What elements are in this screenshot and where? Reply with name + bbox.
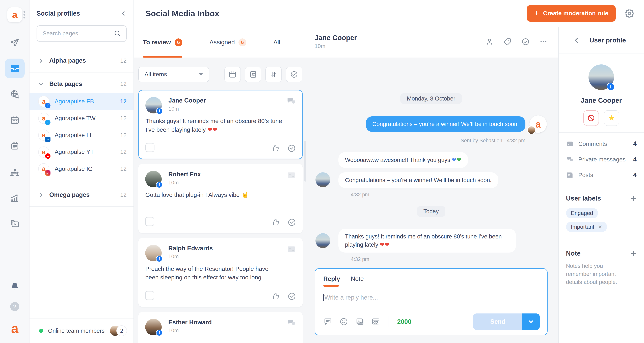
char-count: 2000 xyxy=(397,318,412,325)
page-avatar: a xyxy=(38,130,49,141)
outgoing-message-row: Congratulations – you’re a winner! We’ll… xyxy=(316,116,547,134)
rail-item-library[interactable] xyxy=(0,211,30,237)
rail-item-listening[interactable] xyxy=(0,81,30,107)
like-icon[interactable] xyxy=(271,218,280,227)
sebastien-avatar[interactable] xyxy=(527,126,536,134)
globe-search-icon xyxy=(10,89,20,99)
sort-button[interactable] xyxy=(265,67,282,82)
search-pages-input[interactable] xyxy=(42,30,114,37)
tab-to-review[interactable]: To review 6 xyxy=(143,39,182,46)
chevron-right-icon xyxy=(38,192,44,197)
page-agorapulse-ig[interactable]: a Agorapulse IG 12 xyxy=(30,160,134,177)
notifications-bell-icon[interactable] xyxy=(10,282,20,291)
facebook-icon xyxy=(156,108,163,114)
inbox-filter-row: All items xyxy=(138,67,302,82)
group-alpha-pages[interactable]: Alpha pages 12 xyxy=(30,52,134,70)
like-icon[interactable] xyxy=(271,292,280,301)
chevron-right-icon xyxy=(38,58,44,63)
app-window: a xyxy=(0,0,644,343)
review-check-icon[interactable] xyxy=(287,218,296,227)
review-check-icon[interactable] xyxy=(521,38,530,46)
tag-icon[interactable] xyxy=(503,38,512,46)
video-folder-icon xyxy=(10,219,20,229)
mark-reviewed-button[interactable] xyxy=(286,67,302,82)
card-checkbox[interactable] xyxy=(145,217,154,226)
reply-box: Reply Note Write a reply here... xyxy=(314,268,548,335)
page-agorapulse-tw[interactable]: a Agorapulse TW 12 xyxy=(30,110,134,127)
rail-item-community[interactable] xyxy=(0,159,30,185)
review-check-icon[interactable] xyxy=(287,292,296,301)
image-attach-icon[interactable] xyxy=(355,317,364,326)
card-checkbox[interactable] xyxy=(145,291,154,300)
stat-row-posts[interactable]: Posts 4 xyxy=(566,167,636,183)
block-user-button[interactable] xyxy=(583,110,599,126)
all-items-dropdown[interactable]: All items xyxy=(138,67,209,82)
card-time: 10m xyxy=(168,180,179,186)
add-note-button[interactable]: + xyxy=(630,250,636,257)
online-team-members[interactable]: Online team members 2 xyxy=(30,318,134,343)
reply-tab[interactable]: Reply xyxy=(323,275,340,282)
message-time: 4:32 pm xyxy=(351,256,547,262)
avatar xyxy=(146,97,162,113)
avatar xyxy=(316,172,330,187)
inbox-card-robert-fox[interactable]: Robert Fox 10m Gotta love that plug-in !… xyxy=(138,164,303,233)
more-options-icon[interactable] xyxy=(539,38,548,46)
rail-item-stats[interactable] xyxy=(0,185,30,211)
notepad-icon xyxy=(10,141,20,151)
card-text: Thanks guys! It reminds me of an obscure… xyxy=(146,117,284,134)
rail-item-reports[interactable] xyxy=(0,133,30,159)
tab-all[interactable]: All xyxy=(273,39,280,46)
group-omega-pages[interactable]: Omega pages 12 xyxy=(30,186,134,204)
stat-row-private-messages[interactable]: Private messages 4 xyxy=(566,152,636,167)
inbox-card-ralph-edwards[interactable]: Ralph Edwards 10m Preach the way of the … xyxy=(138,238,303,307)
posts-icon xyxy=(566,171,574,179)
page-agorapulse-yt[interactable]: a Agorapulse YT 12 xyxy=(30,144,134,160)
create-moderation-rule-button[interactable]: + Create moderation rule xyxy=(527,5,616,22)
list-scrollbar-thumb[interactable] xyxy=(304,141,306,182)
gear-icon[interactable] xyxy=(625,9,634,18)
tab-assigned[interactable]: Assigned 6 xyxy=(210,39,246,46)
add-label-button[interactable]: + xyxy=(630,195,636,202)
org-switcher-dots-icon[interactable] xyxy=(24,10,25,20)
page-agorapulse-fb[interactable]: a Agorapulse FB 12 xyxy=(30,93,134,110)
chart-icon xyxy=(10,193,20,203)
inbox-list: All items xyxy=(134,58,308,343)
inbox-card-esther-howard[interactable]: Esther Howard 10m xyxy=(138,312,303,343)
calendar-filter-button[interactable] xyxy=(224,67,241,82)
stat-row-comments[interactable]: Comments 4 xyxy=(566,136,636,152)
card-time: 10m xyxy=(168,106,179,112)
incoming-message-row: Wooooawww awesome!! Thank you guys ❤❤ xyxy=(316,152,547,168)
help-icon[interactable]: ? xyxy=(10,302,19,311)
send-options-chevron-icon[interactable] xyxy=(522,313,540,330)
inbox-icon xyxy=(5,59,25,78)
review-check-icon[interactable] xyxy=(287,144,296,153)
assign-user-icon[interactable] xyxy=(485,38,494,46)
filters-button[interactable] xyxy=(245,67,261,82)
page-agorapulse-li[interactable]: a Agorapulse LI 12 xyxy=(30,127,134,143)
reply-input[interactable]: Write a reply here... xyxy=(323,294,539,301)
bookmark-user-button[interactable]: ★ xyxy=(604,110,619,126)
inbox-card-jane-cooper[interactable]: Jane Cooper 10m Thanks guys! It reminds … xyxy=(138,90,303,159)
conversation-header: Jane Cooper 10m xyxy=(309,27,558,58)
rail-item-publishing[interactable] xyxy=(0,30,30,55)
plus-icon: + xyxy=(534,9,539,17)
active-tab-underline xyxy=(143,56,182,58)
remove-label-icon[interactable]: ✕ xyxy=(598,224,602,230)
card-checkbox[interactable] xyxy=(146,143,154,152)
emoji-icon[interactable] xyxy=(339,317,348,326)
avatar xyxy=(145,245,162,261)
private-message-type-icon xyxy=(286,170,297,181)
rail-item-inbox[interactable] xyxy=(0,56,30,81)
saved-replies-icon[interactable] xyxy=(323,317,332,326)
send-button[interactable]: Send xyxy=(473,313,522,330)
agorapulse-logo: a xyxy=(8,8,22,22)
rail-item-calendar[interactable] xyxy=(0,107,30,133)
link-utm-icon[interactable] xyxy=(371,317,380,326)
note-tab[interactable]: Note xyxy=(351,275,364,282)
back-chevron-icon[interactable] xyxy=(574,37,580,44)
page-title: Social Media Inbox xyxy=(146,9,219,18)
like-icon[interactable] xyxy=(271,144,280,153)
group-beta-pages[interactable]: Beta pages 12 xyxy=(30,75,134,93)
collapse-panel-chevron-icon[interactable] xyxy=(120,11,126,16)
team-member-avatars: 2 xyxy=(110,325,127,336)
